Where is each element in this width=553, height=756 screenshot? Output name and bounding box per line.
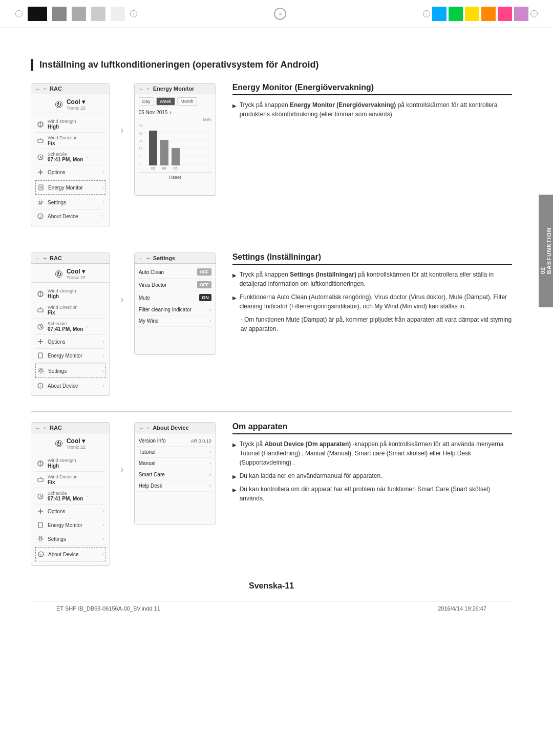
svg-text:i: i	[40, 384, 41, 388]
reg-circle-tr: +	[130, 10, 137, 17]
about-panel-body: Version Info AR.0.0.10 Tutorial › Manual…	[135, 433, 216, 494]
svg-point-46	[39, 538, 42, 540]
rac-panel-2: ← ← RAC ⏻ Cool ▾ Tronic 22 Wind strength	[31, 253, 110, 396]
about-desc-3: ▶ Du kan kontrollera om din apparat har …	[232, 485, 512, 503]
rac-options-3: Options ›	[35, 505, 105, 518]
rac-options-1: Options ›	[35, 165, 105, 179]
rac-about-1: i About Device ›	[35, 209, 105, 223]
mute-toggle[interactable]: ON	[199, 294, 211, 301]
bar-group-3: 05	[172, 148, 180, 170]
my-wind-arrow: ›	[209, 318, 211, 324]
power-icon-1: ⏻	[55, 101, 62, 108]
about-row: ← ← RAC ⏻ Cool ▾ Tronic 22 Wind strength	[31, 422, 512, 566]
settings-virus-doctor: Virus Doctor OFF	[137, 279, 214, 291]
schedule-icon-1	[36, 153, 45, 161]
tab-month[interactable]: Month	[177, 97, 197, 106]
settings-icon-3	[36, 535, 45, 543]
settings-icon-2	[37, 367, 45, 375]
back-arrow-settings: ←	[139, 256, 144, 261]
energy-monitor-panel: ← ← Energy Monitor Day Week Month 05 Nov…	[134, 83, 216, 196]
rac-energy-monitor-1: Energy Monitor ›	[35, 180, 105, 195]
rac-panel-3: ← ← RAC ⏻ Cool ▾ Tronic 22 Wind strength	[31, 422, 110, 566]
tab-week[interactable]: Week	[156, 97, 175, 106]
color-block-black	[28, 7, 47, 21]
about-desc-2: ▶ Du kan ladda ner en användarmanual för…	[232, 471, 512, 480]
rac-energy-monitor-2: Energy Monitor ›	[35, 349, 105, 363]
color-block-gray	[72, 7, 86, 21]
settings-header: ← ← Settings	[135, 253, 216, 264]
virus-doctor-toggle[interactable]: OFF	[197, 281, 211, 288]
settings-title: ← Settings	[146, 255, 175, 261]
svg-line-6	[40, 157, 42, 158]
bullet-arrow-a3: ▶	[232, 486, 237, 494]
rac-menu-3: Wind strength High Wind Direction Fix	[31, 452, 110, 565]
bullet-arrow-s2: ▶	[232, 294, 237, 302]
wind-icon-3	[36, 459, 45, 468]
energy-icon-1	[37, 183, 45, 192]
rac-wind-strength-3: Wind strength High	[35, 455, 105, 472]
settings-my-wind: My Wind ›	[137, 316, 214, 327]
rac-title-1: ← RAC	[42, 86, 62, 92]
wind-icon-1	[36, 120, 45, 129]
svg-rect-38	[38, 478, 43, 481]
color-block-green	[449, 7, 463, 21]
rac-options-2: Options ›	[35, 335, 105, 349]
auto-clean-toggle[interactable]: OFF	[197, 268, 211, 276]
rac-top-1: ⏻ Cool ▾ Tronic 22	[31, 94, 110, 113]
top-registration: + + ⊕ + +	[0, 0, 553, 28]
back-arrow-icon-1: ←	[35, 86, 40, 92]
svg-point-33	[38, 368, 44, 373]
color-block-cyan	[432, 7, 446, 21]
color-block-lighter	[111, 7, 125, 21]
back-arrow-icon-3: ←	[35, 425, 40, 431]
rac-settings-1: Settings ›	[35, 196, 105, 209]
arrow-1: ›	[118, 124, 126, 136]
plus-icon-2	[36, 338, 45, 346]
reg-circle-center: ⊕	[274, 8, 286, 20]
rac-title-2: ← RAC	[42, 255, 62, 261]
svg-text:i: i	[40, 214, 41, 219]
svg-rect-31	[38, 353, 42, 358]
settings-auto-clean: Auto Clean OFF	[137, 266, 214, 279]
arrow-3: ›	[118, 463, 126, 475]
rac-about-3: i About Device ›	[35, 547, 105, 561]
chart-y-axis: 35 28 21 14 7 0	[139, 124, 143, 165]
settings-section-title: Settings (Inställningar)	[232, 253, 512, 265]
rac-menu-1: Wind strength High Wind Direction Fix	[31, 113, 110, 226]
reg-circle-rt: +	[423, 10, 430, 17]
rac-mode-1: Cool ▾ Tronic 22	[67, 98, 86, 111]
settings-desc-1: ▶ Tryck på knappen Settings (Inställning…	[232, 270, 512, 288]
color-block-pink	[498, 7, 512, 21]
energy-monitor-title: ← Energy Monitor	[146, 86, 195, 92]
svg-point-47	[38, 536, 43, 541]
about-device-title: ← About Device	[146, 425, 189, 431]
rac-about-2: i About Device ›	[35, 379, 105, 392]
rac-energy-monitor-3: Energy Monitor ›	[35, 518, 105, 532]
filter-arrow: ›	[209, 307, 211, 312]
svg-point-13	[38, 200, 43, 205]
energy-icon-3	[36, 521, 45, 529]
reg-marks-right: + +	[423, 7, 538, 21]
energy-monitor-label-1: Energy Monitor	[48, 185, 99, 191]
energy-reset[interactable]: Reset	[139, 172, 211, 180]
bar-group-2: 04	[160, 140, 168, 170]
rac-schedule-3: Schedule 07:41 PM, Mon ›	[35, 488, 105, 505]
footer-left: ET SHP IB_DB68-06156A-00_SV.indd 11	[56, 605, 160, 612]
rac-menu-2: Wind strength High Wind Direction Fix	[31, 283, 110, 395]
energy-icon-2	[36, 351, 45, 360]
schedule-icon-3	[36, 492, 45, 500]
settings-filter: Filter cleaning Indicator ›	[137, 304, 214, 316]
bullet-arrow-a2: ▶	[232, 473, 237, 480]
info-icon-2: i	[36, 382, 45, 390]
settings-mute: Mute ON	[137, 291, 214, 304]
svg-point-32	[40, 370, 42, 372]
rac-wind-direction-1: Wind Direction Fix	[35, 133, 105, 149]
svg-line-28	[40, 327, 42, 328]
svg-line-42	[40, 496, 42, 497]
divider-2	[31, 411, 512, 412]
back-arrow-about: ←	[139, 425, 144, 431]
wind-icon-2	[36, 290, 45, 298]
svg-rect-45	[38, 522, 42, 528]
arrow-2: ›	[118, 293, 126, 305]
tab-day[interactable]: Day	[139, 97, 154, 106]
